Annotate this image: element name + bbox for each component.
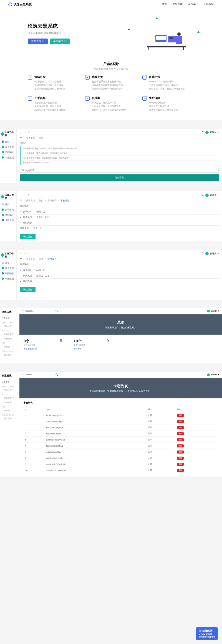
breadcrumb-item[interactable]: 卡密激活: [60, 199, 69, 202]
sidebar-cards[interactable]: 卡密管理: [2, 337, 18, 341]
breadcrumb-item[interactable]: 举报骗子: [47, 258, 56, 261]
form-input-2[interactable]: [36, 222, 219, 224]
delete-button[interactable]: 删除: [177, 469, 184, 472]
delete-button[interactable]: 删除: [177, 426, 184, 429]
feature-icon: ▣: [85, 75, 90, 80]
forward-icon[interactable]: →: [24, 131, 26, 134]
breadcrumb-item[interactable]: ❤: [20, 136, 22, 139]
back-icon[interactable]: ←: [20, 194, 22, 196]
nav-link-query[interactable]: 立即查询: [173, 2, 183, 6]
form-input-0[interactable]: [36, 269, 219, 271]
breadcrumb-item[interactable]: 骗子查询: [26, 199, 35, 202]
feature-icon: ✓: [28, 96, 32, 101]
breadcrumb-item[interactable]: 首页: [39, 258, 43, 261]
form-input-1[interactable]: [36, 274, 219, 277]
user-name[interactable]: 管理员: [210, 131, 216, 134]
submit-button[interactable]: 确认提交: [20, 287, 36, 292]
search-input[interactable]: [25, 310, 54, 312]
delete-button[interactable]: 删除: [177, 432, 184, 435]
card-label: 邀请卡密: [20, 227, 31, 230]
sidebar-item-0[interactable]: 首页: [1, 139, 15, 144]
search-icon[interactable]: 🔍: [55, 373, 58, 376]
hero: 玖逸云黑系统 玖逸云黑系统,刀客源码网演示 立即查询 ▷ 举报骗子 ▷ ⬛⬛: [0, 9, 222, 58]
delete-button[interactable]: 删除: [177, 457, 184, 460]
sidebar-item-1[interactable]: 骗子查询: [1, 207, 15, 212]
delete-button[interactable]: 删除: [177, 444, 184, 447]
expand-icon[interactable]: ⛶: [202, 131, 204, 134]
expand-icon[interactable]: ⛶: [202, 194, 204, 196]
logo: 玖逸云黑系统: [8, 2, 32, 6]
sidebar-item-0[interactable]: 首页: [1, 202, 15, 207]
delete-button[interactable]: 删除: [177, 463, 184, 466]
sidebar-item-3[interactable]: 卡密激活: [1, 276, 15, 281]
sidebar-item-3[interactable]: 卡密激活: [1, 218, 15, 223]
sidebar-icon: [2, 262, 4, 264]
forward-icon[interactable]: →: [24, 194, 26, 196]
breadcrumb-item[interactable]: 骗子查询: [26, 136, 35, 139]
table-row: 6f8qpnzt9ukt3xk5caz正常删除: [24, 443, 217, 449]
table-row: 4bzyw93itjx36hjx5正常删除: [24, 431, 217, 437]
sidebar-dashboard[interactable]: 仪表概览: [2, 380, 18, 384]
delete-button[interactable]: 删除: [177, 414, 184, 417]
card-input[interactable]: [33, 227, 219, 230]
form-input-0[interactable]: [36, 210, 219, 213]
admin-cards: 玖逸云黑 仪表概览 系统 SETTINGS 网站设置 用户 ADD 黑名单管理 …: [0, 372, 222, 477]
sidebar-blacklist[interactable]: 黑名单管理: [2, 332, 18, 337]
search-input[interactable]: [25, 373, 54, 376]
delete-button[interactable]: 删除: [177, 438, 184, 441]
sidebar-settings[interactable]: 网站设置: [2, 324, 18, 329]
query-button[interactable]: 立即查询 ▷: [28, 39, 48, 44]
stat-cards-link[interactable]: 管理卡密: [74, 348, 85, 350]
form-input-2[interactable]: [36, 280, 219, 282]
sidebar-item-1[interactable]: 骗子查询: [1, 144, 15, 150]
sidebar-item-3[interactable]: 卡密激活: [1, 155, 15, 160]
submit-button[interactable]: 确认提交: [20, 234, 36, 239]
avatar[interactable]: [205, 131, 209, 134]
delete-button[interactable]: 删除: [177, 420, 184, 423]
back-icon[interactable]: ←: [20, 131, 22, 134]
menu-icon[interactable]: ≡: [22, 310, 24, 312]
avatar[interactable]: [205, 252, 209, 255]
search-icon[interactable]: 🔍: [55, 310, 58, 312]
avatar[interactable]: [205, 194, 209, 197]
notice-item: 网站投稿：2022-09-15 20:47:34: [23, 161, 219, 165]
nav-link-report[interactable]: 举报骗子: [188, 2, 198, 6]
refresh-icon[interactable]: ↻: [28, 252, 30, 255]
sidebar-item-1[interactable]: 骗子查询: [1, 266, 15, 271]
nav-link-profile[interactable]: 刀客资料: [204, 2, 214, 6]
status-badge: 正常: [147, 413, 175, 418]
stat-blacklist-link[interactable]: 查看未审核记录: [24, 348, 37, 350]
status-badge: 正常: [147, 431, 175, 437]
refresh-icon[interactable]: ↻: [28, 194, 30, 196]
breadcrumb-item[interactable]: 首页: [39, 136, 43, 139]
hero-title: 玖逸云黑系统: [28, 23, 111, 29]
feature-icon: ◎: [142, 96, 147, 101]
sidebar-item-2[interactable]: 举报骗子: [1, 150, 15, 155]
sidebar-item-0[interactable]: 首页: [1, 260, 15, 266]
sidebar-item-2[interactable]: 举报骗子: [1, 271, 15, 276]
forward-icon[interactable]: →: [24, 252, 26, 255]
nav-link-home[interactable]: 首页: [162, 2, 167, 6]
delete-button[interactable]: 删除: [177, 450, 184, 454]
banner-title: 卡密列表: [25, 384, 216, 389]
form-input-1[interactable]: [36, 216, 219, 218]
report-button[interactable]: 举报骗子 ▷: [50, 39, 70, 44]
expand-icon[interactable]: ⛶: [202, 252, 204, 255]
breadcrumb-item[interactable]: ❤: [20, 199, 22, 202]
search-button[interactable]: 信息查询: [20, 174, 219, 181]
menu-icon[interactable]: ≡: [22, 373, 24, 376]
sidebar-item-2[interactable]: 举报骗子: [1, 212, 15, 218]
breadcrumb-item[interactable]: 骗子查询: [26, 258, 35, 261]
table-row: 3f58uhjdy6129yajqU正常删除: [24, 425, 217, 431]
breadcrumb-item[interactable]: 举报骗子: [47, 199, 56, 202]
breadcrumb-item[interactable]: ❤: [20, 258, 22, 261]
admin-user[interactable]: admin: [211, 310, 217, 312]
sidebar-ip[interactable]: IP管理: [2, 345, 18, 349]
sidebar-logout[interactable]: 退出登录: [2, 353, 18, 357]
qq-input[interactable]: [20, 168, 219, 173]
cards-banner: 卡密列表 无论你我不搭拉，现实就这么回事，一点也不左乎你自己怎想。: [19, 378, 222, 398]
sidebar-dashboard[interactable]: 仪表概览: [2, 316, 18, 320]
back-icon[interactable]: ←: [20, 252, 22, 255]
breadcrumb-item[interactable]: 首页: [39, 199, 43, 202]
refresh-icon[interactable]: ↻: [28, 131, 30, 134]
